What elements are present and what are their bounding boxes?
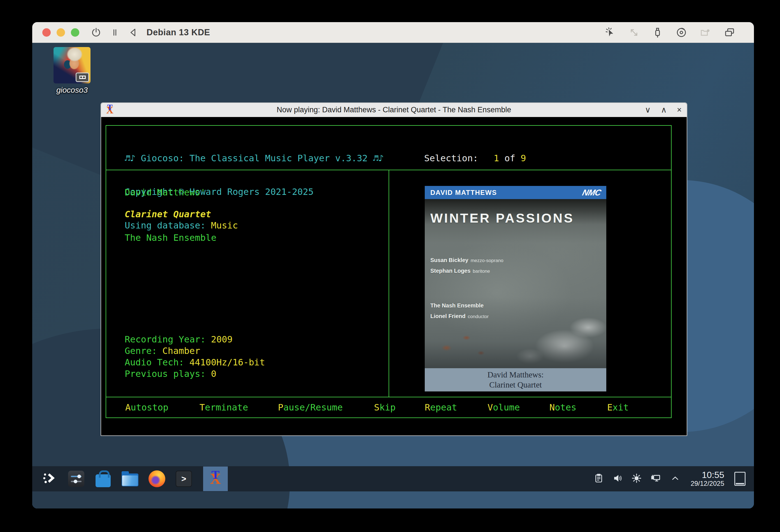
header-panel: ♬♪ Giocoso: The Classical Music Player v… (106, 125, 672, 170)
menu-pause-resume[interactable]: Pause/Resume (278, 402, 343, 413)
power-icon[interactable] (91, 27, 102, 38)
app-launcher-icon[interactable] (41, 470, 58, 487)
maximize-button[interactable]: ∧ (661, 106, 667, 114)
app-window-title: Now playing: David Matthews - Clarinet Q… (101, 106, 687, 114)
menu-volume[interactable]: Volume (487, 402, 520, 413)
album-banner-artist: DAVID MATTHEWS (430, 189, 497, 197)
resize-icon[interactable] (628, 27, 640, 38)
album-banner: DAVID MATTHEWS NMC (425, 186, 606, 199)
close-button[interactable] (42, 28, 51, 37)
track-composer: David Matthews' (125, 187, 206, 198)
host-titlebar: Debian 13 KDE (32, 22, 754, 43)
nmc-label-logo: NMC (581, 188, 602, 197)
app-banner-line: ♬♪ Giocoso: The Classical Music Player v… (125, 153, 384, 164)
menu-repeat[interactable]: Repeat (425, 402, 457, 413)
volume-icon[interactable] (612, 473, 623, 485)
track-metadata: Recording Year:2009 Genre:Chamber Audio … (125, 334, 265, 380)
app-titlebar[interactable]: XT Now playing: David Matthews - Clarine… (101, 103, 687, 117)
clipboard-icon[interactable] (594, 473, 604, 485)
menu-notes[interactable]: Notes (549, 402, 576, 413)
symlink-badge-icon (76, 72, 89, 82)
shared-folder-icon[interactable] (699, 27, 711, 38)
pause-icon[interactable] (110, 27, 119, 38)
desktop-shortcut-giocoso3[interactable]: giocoso3 (45, 47, 99, 95)
album-ensemble: The Nash Ensemble Lionel Friendconductor (430, 300, 489, 321)
clock-date: 29/12/2025 (691, 480, 724, 487)
track-performer: The Nash Ensemble (125, 232, 216, 243)
brightness-icon[interactable] (631, 473, 642, 485)
menu-autostop[interactable]: Autostop (125, 402, 168, 413)
vm-title: Debian 13 KDE (147, 28, 210, 38)
menu-bar: Autostop Terminate Pause/Resume Skip Rep… (106, 397, 672, 418)
expand-arrow-icon[interactable] (670, 474, 681, 484)
panel-divider (389, 170, 389, 397)
discover-icon[interactable] (94, 470, 112, 487)
kde-panel: > XT (32, 466, 754, 491)
album-soloists: Susan Bickleymezzo-soprano Stephan Loges… (430, 255, 503, 276)
cd-icon[interactable] (676, 26, 687, 38)
giocoso-task-active[interactable]: XT (203, 467, 228, 491)
show-desktop-button[interactable] (734, 472, 745, 486)
traffic-lights (42, 28, 79, 37)
close-window-button[interactable]: × (677, 106, 682, 114)
menu-exit[interactable]: Exit (607, 402, 629, 413)
giocoso-icon: XT (210, 471, 221, 486)
firefox-icon[interactable] (148, 470, 165, 487)
album-artwork: WINTER PASSIONS Susan Bickleymezzo-sopra… (425, 199, 606, 368)
minimize-button[interactable] (57, 28, 65, 37)
beethoven-artwork-icon[interactable] (53, 47, 91, 84)
giocoso-window: XT Now playing: David Matthews - Clarine… (101, 103, 687, 436)
vm-window: Debian 13 KDE (32, 22, 754, 509)
track-work-title: Clarinet Quartet (125, 209, 211, 219)
digital-clock[interactable]: 10:55 29/12/2025 (691, 470, 724, 487)
album-caption: David Matthews: Clarinet Quartet (425, 368, 606, 391)
display-config-icon[interactable] (650, 473, 662, 485)
clock-time: 10:55 (691, 470, 724, 480)
dolphin-icon[interactable] (121, 470, 139, 487)
displays-icon[interactable] (724, 27, 735, 38)
menu-skip[interactable]: Skip (374, 402, 396, 413)
shade-button[interactable]: ∨ (645, 106, 651, 114)
main-panel: David Matthews' Clarinet Quartet The Nas… (106, 170, 672, 397)
selection-row: Selection:1 of 9 (424, 153, 601, 164)
konsole-icon[interactable]: > (175, 470, 192, 487)
album-cover: DAVID MATTHEWS NMC WINTER PASSIONS Susan… (425, 186, 606, 391)
giocoso-terminal: ♬♪ Giocoso: The Classical Music Player v… (101, 117, 687, 435)
pointer-capture-icon[interactable] (604, 26, 616, 38)
system-settings-icon[interactable] (67, 470, 85, 487)
shortcut-label: giocoso3 (45, 86, 99, 95)
zoom-button[interactable] (71, 28, 79, 37)
usb-icon[interactable] (652, 26, 663, 38)
back-icon[interactable] (128, 27, 139, 38)
kde-desktop: giocoso3 XT Now playing: David Matthews … (32, 43, 754, 509)
album-title: WINTER PASSIONS (430, 210, 574, 226)
menu-terminate[interactable]: Terminate (199, 402, 248, 413)
